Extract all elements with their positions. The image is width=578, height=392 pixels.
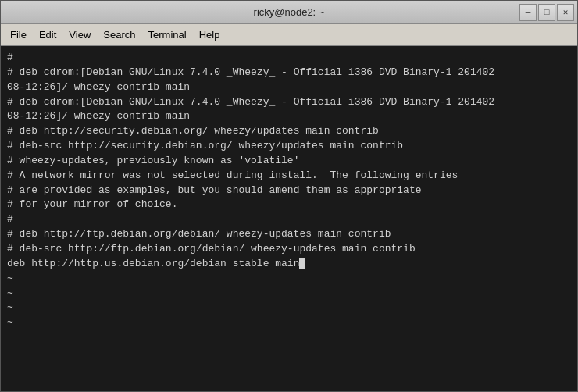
terminal-line-4: 08-12:26]/ wheezy contrib main <box>7 80 571 95</box>
terminal-tilde-2: ~ <box>7 287 571 301</box>
window-controls: — □ ✕ <box>519 4 574 21</box>
close-button[interactable]: ✕ <box>557 4 574 21</box>
menu-help[interactable]: Help <box>193 27 227 43</box>
terminal-line-19: deb http://http.us.debian.org/debian sta… <box>7 257 571 272</box>
cursor <box>299 258 305 269</box>
menu-edit[interactable]: Edit <box>33 27 62 43</box>
menu-view[interactable]: View <box>62 27 97 43</box>
terminal-line-6: # deb cdrom:[Debian GNU/Linux 7.4.0 _Whe… <box>7 95 571 110</box>
menu-terminal[interactable]: Terminal <box>142 27 193 43</box>
terminal-line-18: # deb-src http://ftp.debian.org/debian/ … <box>7 242 571 257</box>
terminal-tilde-3: ~ <box>7 301 571 315</box>
terminal-line-10: # deb-src http://security.debian.org/ wh… <box>7 139 571 154</box>
terminal-line-15: # for your mirror of choice. <box>7 198 571 212</box>
terminal-line-7: 08-12:26]/ wheezy contrib main <box>7 109 571 124</box>
terminal-tilde-1: ~ <box>7 272 571 287</box>
terminal-line-14: # are provided as examples, but you shou… <box>7 184 571 198</box>
terminal-output[interactable]: # # deb cdrom:[Debian GNU/Linux 7.4.0 _W… <box>1 46 577 391</box>
terminal-tilde-4: ~ <box>7 315 571 330</box>
terminal-line-17: # deb http://ftp.debian.org/debian/ whee… <box>7 227 571 242</box>
terminal-line-1: # <box>7 51 571 66</box>
terminal-line-3: # deb cdrom:[Debian GNU/Linux 7.4.0 _Whe… <box>7 66 571 80</box>
titlebar: ricky@node2: ~ — □ ✕ <box>1 1 577 24</box>
terminal-line-16: # <box>7 212 571 227</box>
terminal-line-9: # deb http://security.debian.org/ wheezy… <box>7 124 571 139</box>
menu-search[interactable]: Search <box>97 27 141 43</box>
menu-file[interactable]: File <box>4 27 33 43</box>
maximize-button[interactable]: □ <box>538 4 555 21</box>
terminal-window: ricky@node2: ~ — □ ✕ File Edit View Sear… <box>0 0 578 392</box>
window-title: ricky@node2: ~ <box>254 6 325 18</box>
menubar: File Edit View Search Terminal Help <box>1 24 577 46</box>
minimize-button[interactable]: — <box>519 4 537 21</box>
terminal-line-12: # wheezy-updates, previously known as 'v… <box>7 154 571 169</box>
terminal-line-13: # A network mirror was not selected duri… <box>7 169 571 184</box>
